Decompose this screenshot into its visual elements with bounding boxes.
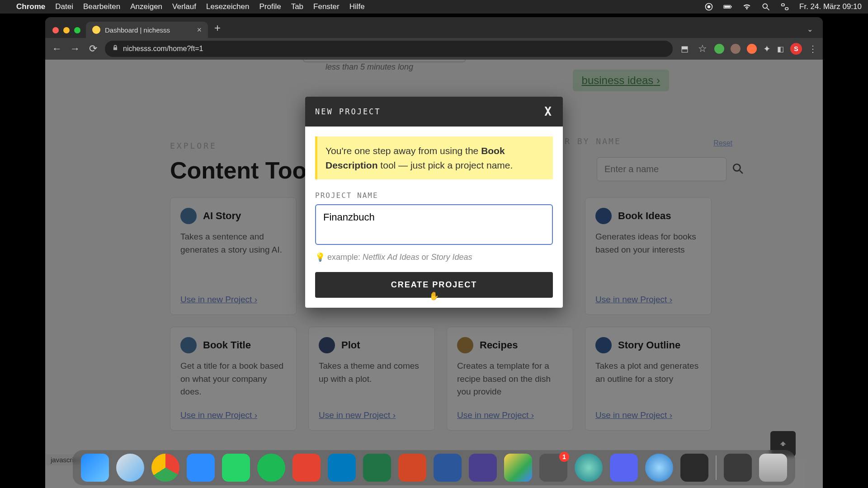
example-text: Netflix Ad Ideas	[363, 253, 419, 262]
chrome-window: Dashboard | nichesss × + ⌄ ← → ⟳ nichess…	[45, 17, 823, 488]
side-panel-icon[interactable]: ◧	[777, 45, 784, 53]
dock-separator	[716, 455, 717, 480]
svg-rect-7	[782, 4, 785, 6]
svg-point-1	[708, 5, 711, 9]
dock-app-word[interactable]	[434, 454, 462, 482]
menu-verlauf[interactable]: Verlauf	[172, 2, 196, 11]
extension-icon[interactable]	[731, 44, 741, 54]
svg-point-5	[763, 4, 767, 8]
svg-rect-4	[731, 6, 731, 8]
macos-dock: 1	[73, 450, 795, 485]
dock-app-finder[interactable]	[81, 454, 109, 482]
wifi-icon[interactable]	[742, 2, 751, 11]
dock-app-whatsapp[interactable]	[222, 454, 250, 482]
dock-app-drive[interactable]	[504, 454, 532, 482]
svg-line-6	[767, 8, 769, 10]
new-project-modal: NEW PROJECT X You're one step away from …	[305, 97, 563, 308]
dock-app-imovie[interactable]	[469, 454, 497, 482]
tab-close-icon[interactable]: ×	[197, 25, 202, 35]
menu-bearbeiten[interactable]: Bearbeiten	[83, 2, 120, 11]
install-app-icon[interactable]: ⬒	[678, 44, 691, 54]
dock-app-trello[interactable]	[328, 454, 356, 482]
tab-dropdown-icon[interactable]: ⌄	[802, 25, 818, 38]
bookmark-star-icon[interactable]: ☆	[696, 43, 709, 55]
new-tab-button[interactable]: +	[208, 22, 227, 38]
example-hint: 💡 example: Netflix Ad Ideas or Story Ide…	[315, 252, 553, 262]
menu-tab[interactable]: Tab	[291, 2, 303, 11]
dock-app-chrome[interactable]	[151, 454, 179, 482]
control-center-icon[interactable]	[780, 2, 789, 11]
dock-app-zoom[interactable]	[187, 454, 215, 482]
reload-button[interactable]: ⟳	[87, 43, 99, 55]
window-close-button[interactable]	[52, 27, 59, 33]
dock-app-safari[interactable]	[116, 454, 144, 482]
extension-icon[interactable]	[714, 44, 724, 54]
tab-favicon	[92, 26, 100, 34]
example-text: Story Ideas	[431, 253, 472, 262]
project-name-input[interactable]	[315, 204, 553, 245]
modal-close-button[interactable]: X	[544, 105, 553, 118]
modal-title: NEW PROJECT	[315, 107, 381, 116]
window-zoom-button[interactable]	[74, 27, 80, 33]
menu-lesezeichen[interactable]: Lesezeichen	[206, 2, 249, 11]
notice-text: tool — just pick a project name.	[378, 160, 513, 170]
extension-icon[interactable]	[747, 44, 757, 54]
profile-avatar[interactable]: S	[790, 43, 802, 55]
modal-notice: You're one step away from using the Book…	[315, 136, 553, 179]
screenrecord-icon[interactable]	[704, 2, 713, 11]
chrome-tabstrip: Dashboard | nichesss × + ⌄	[45, 17, 823, 38]
menu-fenster[interactable]: Fenster	[313, 2, 340, 11]
svg-rect-3	[724, 6, 730, 8]
url-text: nichesss.com/home?ft=1	[123, 45, 203, 53]
example-text: 💡 example:	[315, 253, 363, 262]
dock-app-excel[interactable]	[363, 454, 391, 482]
notice-text: You're one step away from using the	[326, 145, 481, 156]
battery-icon[interactable]	[723, 2, 732, 11]
dock-downloads[interactable]	[724, 454, 752, 482]
browser-tab[interactable]: Dashboard | nichesss ×	[86, 22, 208, 38]
page-viewport: less than 5 minutes long business ideas …	[45, 60, 823, 488]
dock-badge: 1	[559, 452, 569, 462]
dock-app-spotify[interactable]	[257, 454, 285, 482]
svg-rect-8	[785, 8, 788, 10]
dock-app-settings[interactable]: 1	[539, 454, 567, 482]
dock-app-powerpoint[interactable]	[398, 454, 426, 482]
chrome-toolbar: ← → ⟳ nichesss.com/home?ft=1 ⬒ ☆ ✦ ◧ S ⋮	[45, 38, 823, 60]
extensions-row: ✦ ◧ S ⋮	[714, 43, 817, 55]
example-text: or	[419, 253, 431, 262]
dock-app-discord[interactable]	[610, 454, 638, 482]
chrome-menu-icon[interactable]: ⋮	[808, 43, 817, 54]
menu-hilfe[interactable]: Hilfe	[349, 2, 365, 11]
tab-title: Dashboard | nichesss	[105, 26, 170, 34]
dock-app-siri[interactable]	[575, 454, 603, 482]
macos-menubar: Chrome Datei Bearbeiten Anzeigen Verlauf…	[0, 0, 868, 14]
menubar-clock[interactable]: Fr. 24. März 09:10	[799, 2, 862, 11]
extensions-menu-icon[interactable]: ✦	[763, 43, 771, 54]
dock-app-audio[interactable]	[680, 454, 708, 482]
menu-anzeigen[interactable]: Anzeigen	[130, 2, 162, 11]
menubar-app-name[interactable]: Chrome	[16, 2, 45, 11]
dock-app-browser2[interactable]	[645, 454, 673, 482]
forward-button[interactable]: →	[69, 43, 81, 55]
address-bar[interactable]: nichesss.com/home?ft=1	[105, 41, 673, 57]
dock-trash[interactable]	[759, 454, 787, 482]
dock-app-todoist[interactable]	[292, 454, 321, 482]
lock-icon	[112, 45, 118, 53]
project-name-label: PROJECT NAME	[315, 191, 553, 200]
back-button[interactable]: ←	[51, 43, 63, 55]
menu-datei[interactable]: Datei	[55, 2, 73, 11]
spotlight-icon[interactable]	[761, 2, 770, 11]
create-project-button[interactable]: CREATE PROJECT	[315, 272, 553, 298]
window-minimize-button[interactable]	[63, 27, 70, 33]
menu-profile[interactable]: Profile	[259, 2, 281, 11]
